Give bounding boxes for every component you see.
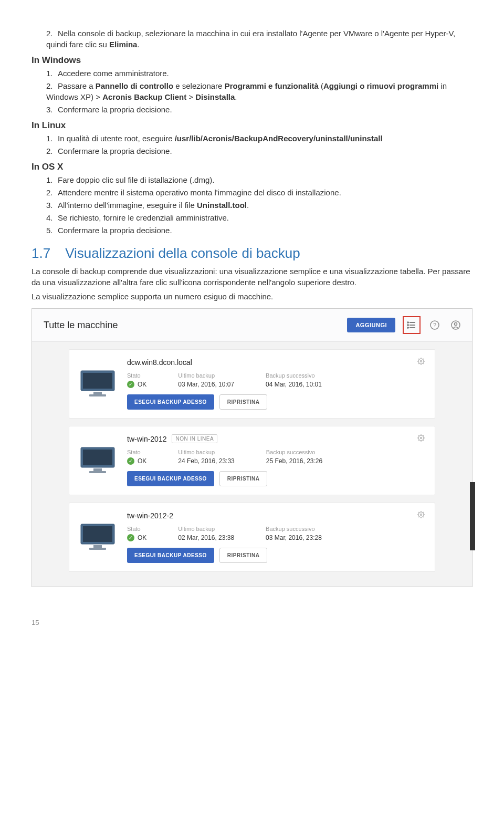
list-item: 2.Nella console di backup, selezionare l… xyxy=(46,28,472,50)
svg-line-35 xyxy=(423,440,424,441)
state-value: ✓OK xyxy=(127,381,146,388)
svg-line-21 xyxy=(423,363,424,364)
next-backup-value: 03 Mar, 2016, 23:28 xyxy=(266,534,322,541)
svg-line-20 xyxy=(418,359,419,360)
restore-button[interactable]: RIPRISTINA xyxy=(219,548,268,563)
last-backup-label: Ultimo backup xyxy=(178,372,234,379)
list-view-icon[interactable] xyxy=(403,316,421,334)
backup-now-button[interactable]: ESEGUI BACKUP ADESSO xyxy=(127,548,214,563)
console-screenshot: Tutte le macchine AGGIUNGI ? dcw.win8.dc… xyxy=(32,308,472,587)
machine-card: tw-win-2012-2Stato✓OKUltimo backup02 Mar… xyxy=(69,503,435,572)
page-number: 15 xyxy=(32,619,472,626)
list-item: 1.In qualità di utente root, eseguire /u… xyxy=(46,133,472,144)
svg-text:?: ? xyxy=(433,322,436,328)
svg-rect-40 xyxy=(93,545,102,548)
text: Nella console di backup, selezionare la … xyxy=(46,29,455,49)
svg-point-29 xyxy=(421,437,422,439)
last-backup-value: 02 Mar, 2016, 23:38 xyxy=(178,534,234,541)
ok-icon: ✓ xyxy=(127,534,134,541)
section-heading: 1.7Visualizzazioni della console di back… xyxy=(32,245,472,262)
last-backup-value: 03 Mar, 2016, 10:07 xyxy=(178,381,234,388)
machine-name: tw-win-2012 xyxy=(127,435,166,443)
svg-line-34 xyxy=(418,435,419,436)
svg-line-23 xyxy=(423,359,424,360)
list-item: 2.Confermare la propria decisione. xyxy=(46,145,472,156)
user-icon[interactable] xyxy=(449,318,463,332)
monitor-icon xyxy=(79,445,117,475)
gear-icon[interactable] xyxy=(417,434,425,444)
next-backup-label: Backup successivo xyxy=(266,372,322,379)
state-value: ✓OK xyxy=(127,534,146,541)
heading-osx: In OS X xyxy=(32,162,472,172)
state-label: Stato xyxy=(127,449,146,455)
svg-rect-11 xyxy=(83,373,112,389)
svg-line-22 xyxy=(418,363,419,364)
next-backup-value: 04 Mar, 2016, 10:01 xyxy=(266,381,322,388)
list-item: 3.Confermare la propria decisione. xyxy=(46,104,472,115)
last-backup-label: Ultimo backup xyxy=(178,449,234,455)
svg-line-36 xyxy=(418,440,419,441)
paragraph: La console di backup comprende due visua… xyxy=(32,266,472,288)
svg-rect-12 xyxy=(93,392,102,394)
svg-rect-41 xyxy=(89,548,106,550)
svg-rect-27 xyxy=(89,471,106,473)
last-backup-label: Ultimo backup xyxy=(178,526,234,532)
paragraph: La visualizzazione semplice supporta un … xyxy=(32,291,472,302)
state-label: Stato xyxy=(127,526,146,532)
machine-card: tw-win-2012NON IN LINEAStato✓OKUltimo ba… xyxy=(69,426,435,495)
svg-line-51 xyxy=(423,512,424,513)
help-icon[interactable]: ? xyxy=(428,318,442,332)
svg-point-4 xyxy=(407,325,408,326)
topbar: Tutte le macchine AGGIUNGI ? xyxy=(32,309,472,342)
svg-point-15 xyxy=(421,361,422,362)
restore-button[interactable]: RIPRISTINA xyxy=(219,394,268,410)
svg-rect-13 xyxy=(89,394,106,396)
svg-point-5 xyxy=(407,327,408,328)
svg-point-9 xyxy=(455,323,457,326)
list-item: 1.Accedere come amministratore. xyxy=(46,68,472,79)
list-item: 3.All'interno dell'immagine, eseguire il… xyxy=(46,200,472,211)
state-label: Stato xyxy=(127,372,146,379)
add-button[interactable]: AGGIUNGI xyxy=(347,318,395,332)
svg-rect-39 xyxy=(83,526,112,542)
monitor-icon xyxy=(79,522,117,551)
svg-point-43 xyxy=(421,514,422,516)
svg-line-49 xyxy=(423,517,424,518)
gear-icon[interactable] xyxy=(417,357,425,367)
backup-now-button[interactable]: ESEGUI BACKUP ADESSO xyxy=(127,471,214,486)
ok-icon: ✓ xyxy=(127,457,134,465)
svg-line-37 xyxy=(423,435,424,436)
ok-icon: ✓ xyxy=(127,381,134,388)
svg-line-48 xyxy=(418,512,419,513)
heading-windows: In Windows xyxy=(32,55,472,66)
next-backup-label: Backup successivo xyxy=(266,526,322,532)
scrollbar[interactable] xyxy=(470,482,475,550)
last-backup-value: 24 Feb, 2016, 23:33 xyxy=(178,457,234,465)
machine-name: tw-win-2012-2 xyxy=(127,511,173,520)
restore-button[interactable]: RIPRISTINA xyxy=(219,471,268,486)
gear-icon[interactable] xyxy=(417,510,425,520)
offline-badge: NON IN LINEA xyxy=(172,434,217,443)
list-item: 5.Confermare la propria decisione. xyxy=(46,225,472,236)
state-value: ✓OK xyxy=(127,457,146,465)
list-item: 4.Se richiesto, fornire le credenziali a… xyxy=(46,212,472,223)
svg-rect-25 xyxy=(83,450,112,465)
list-item: 1.Fare doppio clic sul file di istallazi… xyxy=(46,174,472,185)
svg-line-50 xyxy=(418,517,419,518)
machine-name: dcw.win8.dcon.local xyxy=(127,358,192,367)
svg-rect-26 xyxy=(93,468,102,471)
svg-point-3 xyxy=(407,322,408,323)
backup-now-button[interactable]: ESEGUI BACKUP ADESSO xyxy=(127,394,214,410)
text-bold: Elimina xyxy=(109,40,137,49)
list-item: 2.Attendere mentre il sistema operativo … xyxy=(46,187,472,198)
next-backup-label: Backup successivo xyxy=(266,449,322,455)
machine-card: dcw.win8.dcon.localStato✓OKUltimo backup… xyxy=(69,349,435,419)
next-backup-value: 25 Feb, 2016, 23:26 xyxy=(266,457,322,465)
list-item: 2.Passare a Pannello di controllo e sele… xyxy=(46,80,472,102)
page-title: Tutte le macchine xyxy=(44,320,347,331)
heading-linux: In Linux xyxy=(32,120,472,131)
monitor-icon xyxy=(79,369,117,398)
